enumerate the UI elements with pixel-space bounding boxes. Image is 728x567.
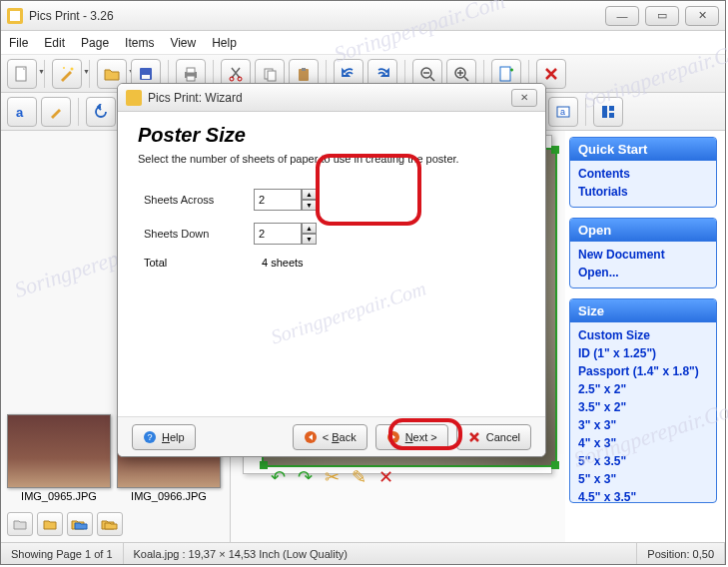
size-opt-5[interactable]: 3" x 3": [578, 416, 708, 434]
dialog-button-row: ? HHelpelp < Back Next > Cancel: [118, 416, 545, 456]
link-new-document[interactable]: New Document: [578, 246, 708, 264]
svg-rect-31: [602, 106, 607, 118]
minimize-button[interactable]: —: [605, 6, 639, 26]
svg-text:a: a: [560, 107, 565, 117]
img-rotate-right-icon[interactable]: ↷: [298, 466, 313, 544]
window-title: Pics Print - 3.26: [29, 9, 605, 23]
status-page: Showing Page 1 of 1: [1, 543, 124, 564]
new-doc-button[interactable]: ▼: [7, 59, 37, 89]
app-icon: [7, 8, 23, 24]
statusbar: Showing Page 1 of 1 Koala.jpg : 19,37 × …: [1, 542, 725, 564]
dialog-titlebar: Pics Print: Wizard ✕: [118, 84, 545, 112]
sheets-across-up[interactable]: ▲: [302, 189, 317, 200]
svg-rect-6: [142, 75, 150, 79]
svg-point-4: [63, 67, 65, 69]
menubar: File Edit Page Items View Help: [1, 31, 725, 55]
dialog-subtitle: Select the number of sheets of paper to …: [138, 153, 525, 165]
size-opt-2[interactable]: Passport (1.4" x 1.8"): [578, 362, 708, 380]
panel-open-header: Open: [570, 219, 716, 242]
thumbnail-1-caption: IMG_0966.JPG: [117, 490, 221, 502]
sheets-across-input[interactable]: [254, 189, 302, 211]
svg-rect-8: [187, 68, 195, 73]
link-open[interactable]: Open...: [578, 264, 708, 282]
sheets-across-label: Sheets Across: [144, 194, 254, 206]
rotate-left-button[interactable]: [86, 97, 116, 127]
menu-file[interactable]: File: [9, 36, 28, 50]
link-contents[interactable]: Contents: [578, 165, 708, 183]
svg-rect-9: [187, 76, 195, 81]
panel-open: Open New Document Open...: [569, 218, 717, 288]
sheets-down-input[interactable]: [254, 223, 302, 245]
img-edit-icon[interactable]: ✎: [352, 466, 366, 544]
menu-help[interactable]: Help: [212, 36, 237, 50]
svg-rect-13: [268, 71, 276, 81]
total-label: Total: [144, 257, 254, 269]
panel-size: Size Custom Size ID (1" x 1.25") Passpor…: [569, 298, 717, 503]
panel-quickstart-header: Quick Start: [570, 138, 716, 161]
link-tutorials[interactable]: Tutorials: [578, 183, 708, 201]
folder-open-button[interactable]: [37, 512, 63, 536]
folder-toolbar: [7, 512, 123, 536]
wizard-button[interactable]: ▼: [52, 59, 82, 89]
layout-button[interactable]: [593, 97, 623, 127]
img-delete-icon[interactable]: ✕: [378, 466, 393, 544]
size-opt-0[interactable]: Custom Size: [578, 326, 708, 344]
cancel-button[interactable]: Cancel: [456, 424, 531, 450]
total-value: 4 sheets: [262, 257, 304, 269]
menu-page[interactable]: Page: [81, 36, 109, 50]
close-button[interactable]: ✕: [685, 6, 719, 26]
menu-edit[interactable]: Edit: [44, 36, 65, 50]
svg-rect-15: [302, 68, 306, 71]
titlebar: Pics Print - 3.26 — ▭ ✕: [1, 1, 725, 31]
sheets-down-down[interactable]: ▼: [302, 234, 317, 245]
dialog-icon: [126, 90, 142, 106]
dialog-heading: Poster Size: [138, 124, 525, 147]
sheets-down-up[interactable]: ▲: [302, 223, 317, 234]
thumbnail-0-caption: IMG_0965.JPG: [7, 490, 111, 502]
img-crop-icon[interactable]: ✂: [325, 466, 340, 544]
folder-refresh-button[interactable]: [97, 512, 123, 536]
next-button[interactable]: Next >: [375, 424, 448, 450]
size-opt-6[interactable]: 4" x 3": [578, 434, 708, 452]
status-position: Position: 0,50: [637, 543, 725, 564]
svg-rect-32: [609, 106, 614, 111]
panel-quickstart: Quick Start Contents Tutorials: [569, 137, 717, 208]
svg-text:a: a: [16, 105, 24, 120]
side-panels: Quick Start Contents Tutorials Open New …: [565, 131, 725, 542]
help-button[interactable]: ? HHelpelp: [132, 424, 196, 450]
dialog-title: Pics Print: Wizard: [148, 91, 511, 105]
sheets-down-label: Sheets Down: [144, 228, 254, 240]
menu-items[interactable]: Items: [125, 36, 154, 50]
svg-rect-18: [500, 67, 510, 81]
caption-button[interactable]: a: [548, 97, 578, 127]
size-opt-4[interactable]: 3.5" x 2": [578, 398, 708, 416]
main-window: Pics Print - 3.26 — ▭ ✕ File Edit Page I…: [0, 0, 726, 565]
folder-up-button[interactable]: [7, 512, 33, 536]
size-opt-7[interactable]: 5" x 3.5": [578, 452, 708, 470]
svg-point-3: [71, 67, 74, 70]
text-tool-button[interactable]: a: [7, 97, 37, 127]
size-opt-9[interactable]: 4.5" x 3.5": [578, 488, 708, 502]
svg-rect-34: [126, 90, 142, 106]
panel-size-header: Size: [570, 299, 716, 322]
svg-text:?: ?: [148, 432, 153, 442]
dialog-close-button[interactable]: ✕: [511, 89, 537, 107]
img-rotate-left-icon[interactable]: ↶: [271, 466, 286, 544]
folder-browse-button[interactable]: [67, 512, 93, 536]
sheets-down-spinner[interactable]: ▲▼: [254, 223, 317, 245]
size-opt-3[interactable]: 2.5" x 2": [578, 380, 708, 398]
size-opt-8[interactable]: 5" x 3": [578, 470, 708, 488]
svg-rect-1: [10, 11, 20, 21]
menu-view[interactable]: View: [170, 36, 196, 50]
svg-rect-33: [609, 113, 614, 118]
back-button[interactable]: < Back: [293, 424, 367, 450]
edit-tool-button[interactable]: [41, 97, 71, 127]
size-opt-1[interactable]: ID (1" x 1.25"): [578, 344, 708, 362]
maximize-button[interactable]: ▭: [645, 6, 679, 26]
thumbnail-0[interactable]: IMG_0965.JPG: [7, 414, 111, 502]
sheets-across-spinner[interactable]: ▲▼: [254, 189, 317, 211]
wizard-dialog: Pics Print: Wizard ✕ Poster Size Select …: [117, 83, 546, 457]
status-info: Koala.jpg : 19,37 × 14,53 Inch (Low Qual…: [124, 543, 638, 564]
watermark: Soringperepair.Com: [268, 278, 428, 349]
sheets-across-down[interactable]: ▼: [302, 200, 317, 211]
